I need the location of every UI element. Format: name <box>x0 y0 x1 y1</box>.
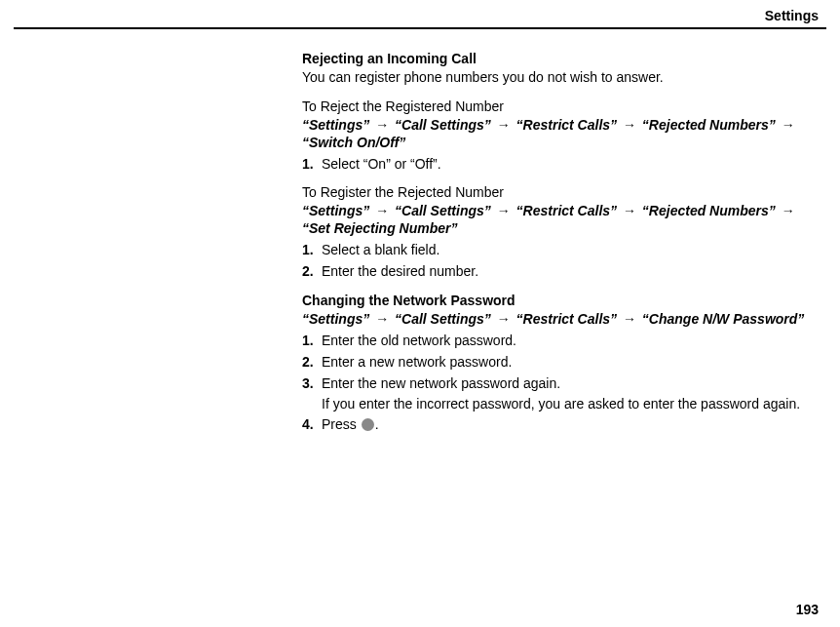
step-number: 2. <box>302 354 322 372</box>
list-item: 4. Press . <box>302 416 819 434</box>
step-text: Enter the desired number. <box>322 263 819 281</box>
subheading-reject-registered: To Reject the Registered Number <box>302 98 819 116</box>
steps-change-password: 1. Enter the old network password. 2. En… <box>302 333 819 393</box>
step-text-fragment: Press <box>322 416 361 432</box>
step-text: Press . <box>322 416 819 434</box>
section-intro-rejecting: You can register phone numbers you do no… <box>302 69 819 87</box>
arrow-icon: → <box>375 311 389 327</box>
arrow-icon: → <box>623 117 636 133</box>
nav-part: “Call Settings” <box>395 311 491 327</box>
list-item: 3. Enter the new network password again. <box>302 375 819 393</box>
nav-part: “Settings” <box>302 311 369 327</box>
step-text: Enter the new network password again. <box>322 375 819 393</box>
page-header-title: Settings <box>765 8 819 23</box>
nav-part: “Switch On/Off” <box>302 135 405 150</box>
nav-part: “Restrict Calls” <box>516 117 617 133</box>
step-number: 1. <box>302 333 322 350</box>
list-item: 1. Enter the old network password. <box>302 333 819 350</box>
page-root: Settings Rejecting an Incoming Call You … <box>0 0 840 627</box>
step-number: 4. <box>302 416 322 434</box>
list-item: 1. Select “On” or “Off”. <box>302 156 819 174</box>
nav-part: “Restrict Calls” <box>516 311 617 327</box>
nav-part: “Set Rejecting Number” <box>302 220 457 236</box>
arrow-icon: → <box>782 203 795 218</box>
arrow-icon: → <box>497 117 511 133</box>
arrow-icon: → <box>375 203 389 218</box>
steps-change-password-2: 4. Press . <box>302 416 819 434</box>
nav-part: “Change N/W Password” <box>642 311 804 327</box>
steps-switch-onoff: 1. Select “On” or “Off”. <box>302 156 819 174</box>
steps-set-rejecting: 1. Select a blank field. 2. Enter the de… <box>302 242 819 281</box>
nav-part: “Call Settings” <box>395 203 491 218</box>
step-number: 1. <box>302 242 322 259</box>
step-number: 2. <box>302 263 322 281</box>
step-text: Enter a new network password. <box>322 354 819 372</box>
nav-part: “Rejected Numbers” <box>642 117 776 133</box>
nav-part: “Call Settings” <box>395 117 491 133</box>
step-text: Enter the old network password. <box>322 333 819 350</box>
center-key-icon <box>362 418 374 431</box>
section-title-change-password: Changing the Network Password <box>302 293 819 310</box>
step-text-fragment: . <box>375 416 379 432</box>
arrow-icon: → <box>623 311 636 327</box>
subheading-register-rejected: To Register the Rejected Number <box>302 184 819 202</box>
nav-path-set-rejecting: “Settings” → “Call Settings” → “Restrict… <box>302 203 819 238</box>
body-content: Rejecting an Incoming Call You can regis… <box>302 51 819 434</box>
nav-path-change-password: “Settings” → “Call Settings” → “Restrict… <box>302 311 819 329</box>
arrow-icon: → <box>497 203 511 218</box>
list-item: 2. Enter the desired number. <box>302 263 819 281</box>
arrow-icon: → <box>782 117 795 133</box>
arrow-icon: → <box>375 117 389 133</box>
list-item: 1. Select a blank field. <box>302 242 819 259</box>
nav-part: “Restrict Calls” <box>516 203 617 218</box>
step-number: 1. <box>302 156 322 174</box>
step-text: Select a blank field. <box>322 242 819 259</box>
section-title-rejecting: Rejecting an Incoming Call <box>302 51 819 68</box>
step-note-incorrect-password: If you enter the incorrect password, you… <box>322 396 819 413</box>
list-item: 2. Enter a new network password. <box>302 354 819 372</box>
nav-part: “Settings” <box>302 117 369 133</box>
nav-part: “Rejected Numbers” <box>642 203 776 218</box>
step-number: 3. <box>302 375 322 393</box>
nav-part: “Settings” <box>302 203 369 218</box>
page-number: 193 <box>796 602 819 617</box>
step-text: Select “On” or “Off”. <box>322 156 819 174</box>
arrow-icon: → <box>497 311 511 327</box>
nav-path-switch-onoff: “Settings” → “Call Settings” → “Restrict… <box>302 117 819 152</box>
arrow-icon: → <box>623 203 636 218</box>
header-rule <box>14 27 826 29</box>
